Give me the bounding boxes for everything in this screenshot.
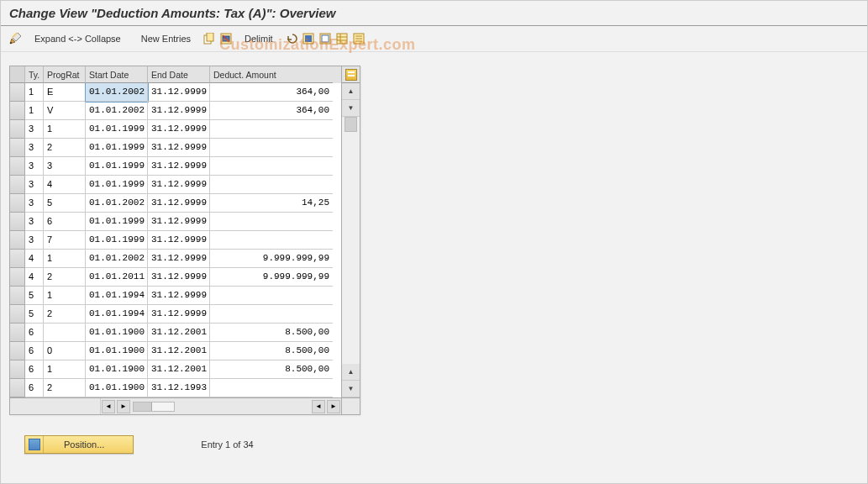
scroll-down-icon[interactable]: ▼ [342,100,360,117]
row-selector[interactable] [10,120,25,139]
table-row[interactable]: 5201.01.199431.12.9999 [10,305,341,324]
scroll-left-icon[interactable]: ◄ [102,400,115,413]
cell-deduct[interactable]: 364,00 [210,83,333,102]
cell-startdate[interactable]: 01.01.1999 [86,157,148,176]
cell-prograt[interactable]: 2 [44,305,86,324]
cell-deduct[interactable] [210,157,333,176]
cell-deduct[interactable]: 8.500,00 [210,360,333,379]
col-header-ty[interactable]: Ty. [25,66,44,83]
table-row[interactable]: 6001.01.190031.12.20018.500,00 [10,342,341,360]
cell-prograt[interactable]: 7 [44,231,86,250]
cell-startdate[interactable]: 01.01.2011 [86,268,148,287]
cell-enddate[interactable]: 31.12.9999 [148,83,210,102]
cell-startdate[interactable]: 01.01.1999 [86,176,148,194]
cell-deduct[interactable]: 14,25 [210,194,333,213]
cell-prograt[interactable]: E [44,83,86,102]
cell-ty[interactable]: 6 [25,342,44,360]
cell-deduct[interactable]: 9.999.999,99 [210,268,333,287]
row-selector[interactable] [10,324,25,342]
cell-ty[interactable]: 6 [25,324,44,342]
new-entries-button[interactable]: New Entries [133,32,199,45]
cell-deduct[interactable] [210,176,333,194]
scroll-down2-icon[interactable]: ▼ [342,381,360,397]
cell-prograt[interactable]: 1 [44,250,86,268]
delete-icon[interactable] [219,32,233,45]
row-selector[interactable] [10,379,25,397]
cell-prograt[interactable]: 2 [44,139,86,157]
cell-startdate[interactable]: 01.01.1999 [86,139,148,157]
cell-enddate[interactable]: 31.12.2001 [148,360,210,379]
row-selector[interactable] [10,139,25,157]
cell-ty[interactable]: 1 [25,102,44,120]
deselect-all-icon[interactable] [318,32,332,45]
cell-deduct[interactable] [210,231,333,250]
table-row[interactable]: 3501.01.200231.12.999914,25 [10,194,341,213]
cell-startdate[interactable]: 01.01.1900 [86,342,148,360]
row-selector[interactable] [10,268,25,287]
cell-prograt[interactable]: 1 [44,120,86,139]
cell-enddate[interactable]: 31.12.9999 [148,250,210,268]
cell-ty[interactable]: 4 [25,268,44,287]
cell-startdate[interactable]: 01.01.1900 [86,379,148,397]
cell-enddate[interactable]: 31.12.9999 [148,231,210,250]
undo-icon[interactable] [285,32,298,45]
print-icon[interactable] [352,32,366,45]
cell-enddate[interactable]: 31.12.9999 [148,213,210,231]
cell-ty[interactable]: 3 [25,120,44,139]
cell-enddate[interactable]: 31.12.9999 [148,139,210,157]
cell-deduct[interactable] [210,379,333,397]
cell-startdate[interactable]: 01.01.1999 [86,213,148,231]
cell-startdate[interactable]: 01.01.2002 [86,83,148,102]
cell-deduct[interactable]: 8.500,00 [210,324,333,342]
cell-startdate[interactable]: 01.01.1999 [86,231,148,250]
cell-enddate[interactable]: 31.12.1993 [148,379,210,397]
cell-deduct[interactable]: 8.500,00 [210,342,333,360]
expand-collapse-button[interactable]: Expand <-> Collapse [26,32,129,45]
col-header-startdate[interactable]: Start Date [86,66,148,83]
cell-startdate[interactable]: 01.01.1994 [86,287,148,305]
cell-prograt[interactable]: 2 [44,268,86,287]
cell-ty[interactable]: 3 [25,176,44,194]
table-row[interactable]: 3301.01.199931.12.9999 [10,157,341,176]
cell-prograt[interactable]: 0 [44,342,86,360]
configure-columns-icon[interactable] [342,66,360,83]
cell-ty[interactable]: 6 [25,379,44,397]
cell-prograt[interactable]: 4 [44,176,86,194]
row-selector[interactable] [10,231,25,250]
cell-deduct[interactable]: 364,00 [210,102,333,120]
cell-ty[interactable]: 3 [25,194,44,213]
cell-ty[interactable]: 1 [25,83,44,102]
cell-deduct[interactable] [210,213,333,231]
v-scroll-track[interactable] [342,117,360,364]
scroll-up2-icon[interactable]: ▲ [342,364,360,381]
table-row[interactable]: 3701.01.199931.12.9999 [10,231,341,250]
table-row[interactable]: 601.01.190031.12.20018.500,00 [10,324,341,342]
cell-prograt[interactable]: 2 [44,379,86,397]
cell-deduct[interactable] [210,305,333,324]
scroll-right2-icon[interactable]: ► [327,400,340,413]
position-button[interactable]: Position... [24,435,134,454]
cell-ty[interactable]: 3 [25,213,44,231]
col-header-deduct[interactable]: Deduct. Amount [210,66,333,83]
cell-prograt[interactable]: 1 [44,360,86,379]
cell-enddate[interactable]: 31.12.9999 [148,176,210,194]
table-row[interactable]: 1V01.01.200231.12.9999364,00 [10,102,341,120]
cell-deduct[interactable] [210,287,333,305]
h-scroll-track[interactable] [133,402,175,412]
col-header-enddate[interactable]: End Date [148,66,210,83]
row-selector[interactable] [10,287,25,305]
copy-icon[interactable] [203,32,216,45]
cell-startdate[interactable]: 01.01.2002 [86,194,148,213]
scroll-left2-icon[interactable]: ◄ [312,400,325,413]
cell-prograt[interactable]: V [44,102,86,120]
cell-enddate[interactable]: 31.12.9999 [148,287,210,305]
cell-enddate[interactable]: 31.12.9999 [148,268,210,287]
cell-startdate[interactable]: 01.01.1900 [86,324,148,342]
cell-deduct[interactable] [210,120,333,139]
row-selector[interactable] [10,213,25,231]
cell-ty[interactable]: 3 [25,139,44,157]
col-header-select[interactable] [10,66,25,83]
row-selector[interactable] [10,157,25,176]
row-selector[interactable] [10,250,25,268]
cell-prograt[interactable] [44,324,86,342]
